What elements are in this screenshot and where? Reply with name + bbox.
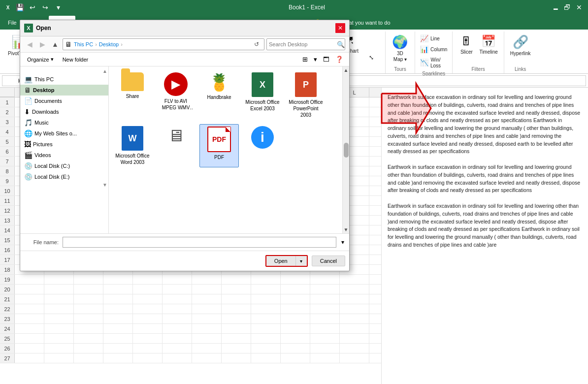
cell[interactable] [340,275,369,285]
cell[interactable] [310,285,340,294]
cell[interactable] [133,334,163,344]
sidebar-item-websites[interactable]: 🌐 My Web Sites o... [20,128,108,139]
list-item[interactable]: W Microsoft Office Word 2003 [113,124,152,167]
cell[interactable] [133,344,163,353]
cell[interactable] [310,294,340,304]
cell[interactable] [340,285,369,294]
search-input[interactable] [269,41,337,47]
cell[interactable] [44,285,74,294]
new-folder-btn[interactable]: New folder [59,56,93,64]
cell[interactable] [15,294,44,304]
cell[interactable] [44,314,74,324]
cell[interactable] [15,344,44,353]
cell[interactable] [44,344,74,353]
cell[interactable] [103,304,133,314]
cell[interactable] [163,344,192,353]
cell[interactable] [74,324,103,334]
list-item-pdf[interactable]: PDF PDF [199,124,239,167]
redo-btn[interactable]: ↪ [40,2,50,12]
sidebar-item-downloads[interactable]: ⬇ Downloads [20,106,108,117]
cell[interactable] [15,304,44,314]
cell[interactable] [103,353,133,363]
cell[interactable] [310,353,340,363]
cell[interactable] [310,334,340,344]
cell[interactable] [133,285,163,294]
cell[interactable] [163,294,192,304]
sidebar-item-pictures[interactable]: 🖼 Pictures [20,139,108,150]
sidebar-item-desktop[interactable]: 🖥 Desktop [20,85,108,96]
cell[interactable] [281,324,310,334]
cell[interactable] [74,344,103,353]
dialog-close-btn[interactable]: ✕ [335,23,345,33]
timeline-btn[interactable]: 📅 Timeline [477,33,499,56]
file-list-scrollbar[interactable]: ▲ ▼ [342,66,349,233]
cell[interactable] [74,275,103,285]
cell[interactable] [192,344,222,353]
minimize-btn[interactable]: 🗕 [551,2,560,12]
cell[interactable] [103,285,133,294]
save-quick-btn[interactable]: 💾 [15,2,25,12]
cell[interactable] [222,294,251,304]
cell[interactable] [74,353,103,363]
sidebar-item-local-c[interactable]: 💿 Local Disk (C:) [20,160,108,171]
view-details-btn[interactable]: 🗔 [321,55,331,64]
cell[interactable] [133,304,163,314]
cell[interactable] [44,294,74,304]
cell[interactable] [222,334,251,344]
sidebar-item-documents[interactable]: 📄 Documents [20,96,108,106]
cell[interactable] [310,324,340,334]
cell[interactable] [103,275,133,285]
cell[interactable] [103,294,133,304]
cell[interactable] [163,353,192,363]
cell[interactable] [251,344,281,353]
cell[interactable] [163,324,192,334]
cell[interactable] [133,314,163,324]
cell[interactable] [340,294,369,304]
open-file-dialog[interactable]: X Open ✕ ◀ ▶ ▲ 🖥 This PC › Desktop › ↺ 🔍 [20,20,350,271]
nav-forward-btn[interactable]: ▶ [37,39,48,50]
cell[interactable] [192,304,222,314]
cell[interactable] [251,304,281,314]
sidebar-scroll-up[interactable]: ▲ [102,68,107,74]
cell[interactable] [103,344,133,353]
cell[interactable] [222,314,251,324]
nav-up-btn[interactable]: ▲ [50,39,61,50]
cell[interactable] [310,314,340,324]
nav-back-btn[interactable]: ◀ [24,39,35,50]
cell[interactable] [281,304,310,314]
list-item[interactable]: 🖥 [156,124,196,167]
cell[interactable] [74,314,103,324]
help-btn[interactable]: ❓ [333,55,345,64]
cell[interactable] [192,324,222,334]
cell[interactable] [15,285,44,294]
cell[interactable] [44,304,74,314]
hyperlink-btn[interactable]: 🔗 Hyperlink [508,33,533,58]
cell[interactable] [222,344,251,353]
cell[interactable] [222,275,251,285]
cell[interactable] [44,334,74,344]
cell[interactable] [133,294,163,304]
cell[interactable] [192,275,222,285]
filename-input[interactable] [63,237,336,248]
cell[interactable] [15,353,44,363]
winloss-sparkline-btn[interactable]: 📉 Win/Loss [419,55,442,70]
cell[interactable] [310,275,340,285]
open-dropdown-btn[interactable]: ▾ [296,256,307,266]
cell[interactable] [15,314,44,324]
breadcrumb-desktop[interactable]: Desktop [99,41,119,47]
cell[interactable] [222,353,251,363]
cell[interactable] [163,285,192,294]
sidebar-item-local-e[interactable]: 💿 Local Disk (E:) [20,171,108,182]
cell[interactable] [15,324,44,334]
sidebar-item-this-pc[interactable]: 💻 This PC [20,74,108,85]
cell[interactable] [222,304,251,314]
cell[interactable] [163,304,192,314]
cell[interactable] [163,314,192,324]
cell[interactable] [340,304,369,314]
select-all-corner[interactable] [0,88,15,97]
filename-dropdown-icon[interactable]: ▾ [340,238,345,247]
breadcrumb-pc[interactable]: This PC [74,41,93,47]
cell[interactable] [281,275,310,285]
cell[interactable] [310,304,340,314]
cell[interactable] [281,353,310,363]
